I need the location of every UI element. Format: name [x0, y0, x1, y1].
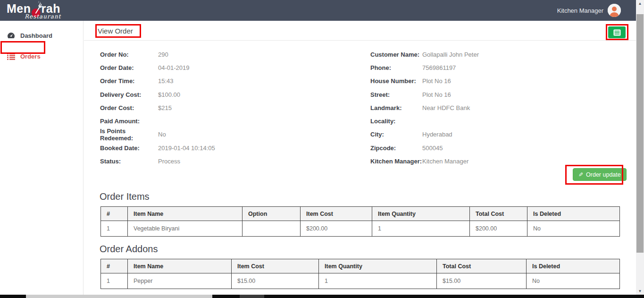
order-details-column: Order No:290 Order Date:04-01-2019 Order… [100, 48, 322, 168]
detail-row-order-cost: Order Cost:$215 [100, 101, 322, 114]
sidebar-item-dashboard[interactable]: Dashboard [0, 27, 83, 43]
cell-index: 1 [101, 221, 128, 237]
orders-list-icon [7, 53, 15, 60]
cell-item-cost: $15.00 [232, 273, 319, 289]
order-items-table: # Item Name Option Item Cost Item Quanti… [100, 206, 620, 237]
brand-logo: Men rah Restaurant [7, 1, 82, 21]
detail-row-delivery-cost: Delivery Cost:$100.00 [100, 88, 322, 101]
horizontal-scrollbar-patch [240, 295, 264, 298]
cell-total-cost: $15.00 [437, 273, 527, 289]
order-list-button[interactable] [608, 26, 626, 38]
top-header: Men rah Restaurant Kitche [0, 0, 636, 21]
col-header-index: # [101, 259, 128, 273]
cell-item-quantity: 1 [319, 273, 437, 289]
detail-row-points-redeemed: Is Points Redeemed:No [100, 128, 322, 141]
detail-row-status: Status:Process [100, 154, 322, 168]
header-divider [84, 40, 636, 41]
detail-row-landmark: Landmark:Near HDFC Bank [370, 101, 592, 114]
detail-row-street: Street:Plot No 16 [370, 88, 592, 101]
dashboard-gauge-icon [7, 32, 15, 39]
order-items-row: 1 Vegetable Biryani $200.00 1 $200.00 No [101, 221, 620, 237]
detail-row-booked-date: Booked Date:2019-01-04 10:14:05 [100, 141, 322, 154]
order-addons-table: # Item Name Item Cost Item Quantity Tota… [100, 259, 620, 289]
customer-details-column: Customer Name:Gollapalli John Peter Phon… [370, 48, 592, 168]
cell-is-deleted: No [527, 273, 620, 289]
cell-item-name: Vegetable Biryani [128, 221, 243, 237]
sidebar-item-label: Orders [20, 53, 41, 60]
order-items-heading: Order Items [100, 191, 150, 202]
detail-row-customer-name: Customer Name:Gollapalli John Peter [370, 48, 592, 61]
col-header-total-cost: Total Cost [470, 207, 527, 221]
col-header-item-name: Item Name [128, 207, 243, 221]
col-header-option: Option [243, 207, 301, 221]
page-title: View Order [98, 27, 133, 35]
detail-row-city: City:Hyderabad [370, 128, 592, 141]
detail-row-phone: Phone:7569861197 [370, 61, 592, 74]
vertical-scrollbar-thumb[interactable] [636, 14, 644, 253]
cell-item-name: Pepper [128, 273, 232, 289]
sidebar: Dashboard Orders [0, 21, 84, 295]
order-update-label: Order update [586, 171, 621, 178]
detail-row-order-no: Order No:290 [100, 48, 322, 61]
scroll-down-arrow-icon[interactable]: ▼ [636, 288, 644, 295]
order-addons-row: 1 Pepper $15.00 1 $15.00 No [101, 273, 620, 289]
horizontal-scrollbar-thumb[interactable] [26, 295, 212, 298]
detail-row-house-number: House Number:Plot No 16 [370, 75, 592, 88]
brand-tagline: Restaurant [25, 13, 82, 20]
table-list-icon [613, 29, 621, 36]
cell-option [243, 221, 301, 237]
col-header-is-deleted: Is Deleted [527, 207, 620, 221]
cell-item-cost: $200.00 [301, 221, 372, 237]
cell-total-cost: $200.00 [470, 221, 527, 237]
order-addons-heading: Order Addons [100, 244, 158, 255]
order-items-header-row: # Item Name Option Item Cost Item Quanti… [101, 207, 620, 221]
scroll-up-arrow-icon[interactable]: ▲ [636, 0, 644, 7]
col-header-item-cost: Item Cost [301, 207, 372, 221]
user-avatar-icon[interactable] [608, 4, 621, 17]
sidebar-item-orders[interactable]: Orders [0, 48, 83, 64]
detail-row-paid-amount: Paid Amount: [100, 114, 322, 128]
col-header-total-cost: Total Cost [437, 259, 527, 273]
detail-row-zipcode: Zipcode:500045 [370, 141, 592, 154]
detail-row-kitchen-manager: Kitchen Manager:Kitchen Manager [370, 154, 592, 168]
col-header-index: # [101, 207, 128, 221]
detail-row-locality: Locality: [370, 114, 592, 128]
col-header-item-quantity: Item Quantity [372, 207, 470, 221]
col-header-item-quantity: Item Quantity [319, 259, 437, 273]
user-menu[interactable]: Kitchen Manager [557, 0, 621, 21]
sidebar-item-label: Dashboard [20, 32, 52, 39]
order-update-button[interactable]: ✎ Order update [573, 168, 627, 181]
user-role-label: Kitchen Manager [557, 7, 603, 14]
cell-index: 1 [101, 273, 128, 289]
detail-row-order-date: Order Date:04-01-2019 [100, 61, 322, 74]
col-header-item-name: Item Name [128, 259, 232, 273]
order-addons-header-row: # Item Name Item Cost Item Quantity Tota… [101, 259, 620, 273]
edit-icon: ✎ [578, 172, 583, 178]
app-window: Men rah Restaurant Kitche [0, 0, 644, 298]
col-header-is-deleted: Is Deleted [527, 259, 620, 273]
detail-row-order-time: Order Time:15:43 [100, 75, 322, 88]
cell-item-quantity: 1 [372, 221, 470, 237]
vertical-scrollbar[interactable]: ▲ ▼ [636, 0, 644, 298]
horizontal-scrollbar[interactable] [0, 295, 644, 298]
cell-is-deleted: No [527, 221, 620, 237]
col-header-item-cost: Item Cost [232, 259, 319, 273]
